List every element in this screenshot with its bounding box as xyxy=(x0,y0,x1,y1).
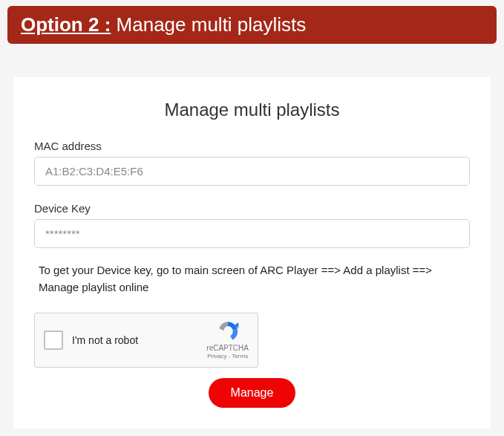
recaptcha-checkbox[interactable] xyxy=(44,331,63,350)
recaptcha-label: I'm not a robot xyxy=(72,334,206,346)
mac-address-input[interactable] xyxy=(34,157,470,186)
header-suffix: Manage multi playlists xyxy=(111,13,306,36)
recaptcha-brand-text: reCAPTCHA xyxy=(206,344,249,353)
recaptcha-widget: I'm not a robot reCAPTCHA Privacy - Term… xyxy=(34,313,258,368)
device-key-label: Device Key xyxy=(34,202,470,215)
recaptcha-links[interactable]: Privacy - Terms xyxy=(206,353,249,360)
recaptcha-branding: reCAPTCHA Privacy - Terms xyxy=(206,320,249,360)
mac-address-label: MAC address xyxy=(34,140,470,152)
card-title: Manage multi playlists xyxy=(34,100,470,120)
manage-button[interactable]: Manage xyxy=(209,378,296,408)
device-key-input[interactable] xyxy=(34,219,470,248)
header-prefix: Option 2 : xyxy=(21,13,111,36)
form-card: Manage multi playlists MAC address Devic… xyxy=(13,77,491,429)
recaptcha-icon xyxy=(216,320,240,342)
help-text: To get your Device key, go to main scree… xyxy=(39,261,470,296)
page-header: Option 2 : Manage multi playlists xyxy=(7,6,497,44)
